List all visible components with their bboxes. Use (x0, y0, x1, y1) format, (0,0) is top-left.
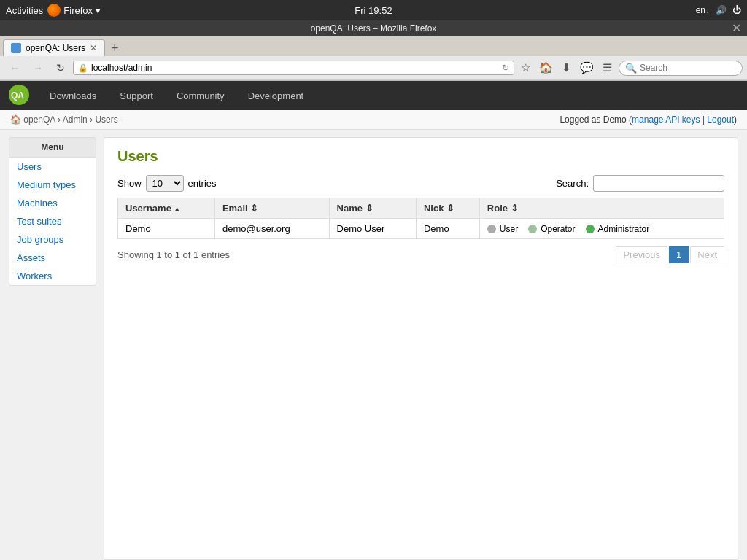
role-indicators: User Operator Administrator (487, 224, 716, 234)
download-icon[interactable]: ⬇ (558, 59, 575, 77)
search-label: Search: (556, 178, 589, 189)
refresh-icon[interactable]: ↻ (502, 63, 509, 73)
breadcrumb-home[interactable]: openQA (23, 114, 55, 125)
admin-dot (586, 225, 595, 233)
col-role[interactable]: Role ⇕ (479, 198, 724, 219)
firefox-icon (47, 4, 61, 17)
entries-label: entries (188, 178, 217, 189)
breadcrumb: 🏠 openQA › Admin › Users (10, 114, 118, 125)
home-icon[interactable]: 🏠 (535, 59, 557, 77)
address-bar: 🔒 ↻ (73, 61, 514, 75)
user-label: User (500, 224, 518, 234)
back-button[interactable]: ← (4, 59, 25, 77)
browser-close-button[interactable]: ✕ (732, 23, 741, 34)
tabs-bar: openQA: Users ✕ + (0, 36, 747, 56)
os-top-bar: Activities Firefox ▾ Fri 19:52 en↓ 🔊 ⏻ (0, 0, 747, 20)
entries-select[interactable]: 10 25 50 100 (146, 175, 184, 192)
lang-indicator[interactable]: en↓ (696, 5, 710, 15)
browser-title-bar: openQA: Users – Mozilla Firefox ✕ (0, 20, 747, 36)
firefox-menu[interactable]: Firefox ▾ (47, 4, 101, 17)
home-icon-small: 🏠 (10, 114, 21, 125)
cell-name: Demo User (329, 219, 416, 239)
logged-as-text: Logged as Demo ( (560, 114, 632, 125)
search-icon: 🔍 (625, 63, 637, 74)
main-layout: Menu Users Medium types Machines Test su… (0, 130, 747, 560)
browser-search-input[interactable] (640, 63, 736, 73)
table-controls: Show 10 25 50 100 entries Search: (117, 175, 724, 192)
page-1-button[interactable]: 1 (669, 246, 689, 263)
operator-dot (528, 225, 537, 233)
breadcrumb-current: Users (95, 114, 117, 125)
clock: Fri 19:52 (355, 5, 392, 16)
role-user-indicator: User (487, 224, 518, 234)
nav-downloads[interactable]: Downloads (38, 81, 108, 110)
col-username[interactable]: Username (118, 198, 215, 219)
logged-info: Logged as Demo (manage API keys | Logout… (560, 114, 737, 125)
search-control: Search: (556, 175, 724, 192)
sidebar-menu-header: Menu (9, 138, 96, 158)
tab-close-button[interactable]: ✕ (90, 43, 97, 53)
pagination-bar: Showing 1 to 1 of 1 entries Previous 1 N… (117, 246, 724, 263)
nav-community[interactable]: Community (165, 81, 236, 110)
prev-button[interactable]: Previous (616, 246, 667, 263)
url-input[interactable] (91, 63, 499, 73)
admin-label: Administrator (598, 224, 650, 234)
table-body: Demo demo@user.org Demo User Demo User (118, 219, 724, 239)
nav-development[interactable]: Development (236, 81, 316, 110)
breadcrumb-admin[interactable]: Admin (63, 114, 88, 125)
volume-icon[interactable]: 🔊 (716, 5, 727, 15)
bookmark-icon[interactable]: ☆ (517, 59, 534, 77)
reader-icon[interactable]: 💬 (576, 59, 597, 77)
openqa-logo-svg: QA (7, 83, 31, 106)
col-email[interactable]: Email ⇕ (214, 198, 329, 219)
active-tab[interactable]: openQA: Users ✕ (3, 39, 105, 56)
openqa-logo[interactable]: QA (7, 83, 31, 109)
cell-email: demo@user.org (214, 219, 329, 239)
role-operator-indicator: Operator (528, 224, 575, 234)
cell-nick: Demo (416, 219, 479, 239)
sidebar-item-machines[interactable]: Machines (9, 194, 96, 212)
sidebar-item-assets[interactable]: Assets (9, 249, 96, 267)
forward-button[interactable]: → (28, 59, 48, 77)
page-title: Users (117, 148, 724, 165)
power-icon[interactable]: ⏻ (732, 5, 741, 15)
user-dot (487, 225, 496, 233)
nav-support[interactable]: Support (108, 81, 165, 110)
show-label: Show (117, 178, 142, 189)
openqa-nav: QA Downloads Support Community Developme… (0, 81, 747, 110)
sidebar-item-medium-types[interactable]: Medium types (9, 176, 96, 194)
showing-info: Showing 1 to 1 of 1 entries (117, 249, 230, 260)
show-entries: Show 10 25 50 100 entries (117, 175, 217, 192)
col-nick[interactable]: Nick ⇕ (416, 198, 479, 219)
role-admin-indicator: Administrator (586, 224, 650, 234)
activities-label[interactable]: Activities (6, 5, 43, 16)
browser-search-bar: 🔍 (619, 61, 743, 76)
close-paren: ) (734, 114, 737, 125)
reload-button[interactable]: ↻ (51, 59, 70, 77)
content-area: Users Show 10 25 50 100 entries Search: (104, 137, 738, 560)
table-search-input[interactable] (593, 175, 724, 192)
security-icon: 🔒 (78, 63, 88, 73)
pagination-buttons: Previous 1 Next (616, 246, 724, 263)
firefox-label: Firefox (63, 5, 93, 16)
logout-link[interactable]: Logout (707, 114, 734, 125)
operator-label: Operator (541, 224, 575, 234)
sidebar-item-workers[interactable]: Workers (9, 267, 96, 285)
sidebar-item-test-suites[interactable]: Test suites (9, 212, 96, 230)
menu-icon[interactable]: ☰ (599, 59, 616, 77)
new-tab-button[interactable]: + (107, 41, 123, 56)
tab-label: openQA: Users (26, 43, 85, 53)
svg-text:QA: QA (11, 90, 24, 101)
sidebar-item-users[interactable]: Users (9, 158, 96, 176)
browser-chrome: openQA: Users – Mozilla Firefox ✕ openQA… (0, 20, 747, 81)
sidebar: Menu Users Medium types Machines Test su… (9, 137, 96, 286)
manage-api-link[interactable]: manage API keys (632, 114, 700, 125)
os-bar-right: en↓ 🔊 ⏻ (696, 5, 741, 15)
table-row: Demo demo@user.org Demo User Demo User (118, 219, 724, 239)
os-bar-center: Fri 19:52 (355, 5, 392, 16)
nav-bar: ← → ↻ 🔒 ↻ ☆ 🏠 ⬇ 💬 ☰ 🔍 (0, 56, 747, 80)
tab-favicon (11, 43, 21, 53)
sidebar-item-job-groups[interactable]: Job groups (9, 230, 96, 249)
col-name[interactable]: Name ⇕ (329, 198, 416, 219)
next-button[interactable]: Next (690, 246, 724, 263)
